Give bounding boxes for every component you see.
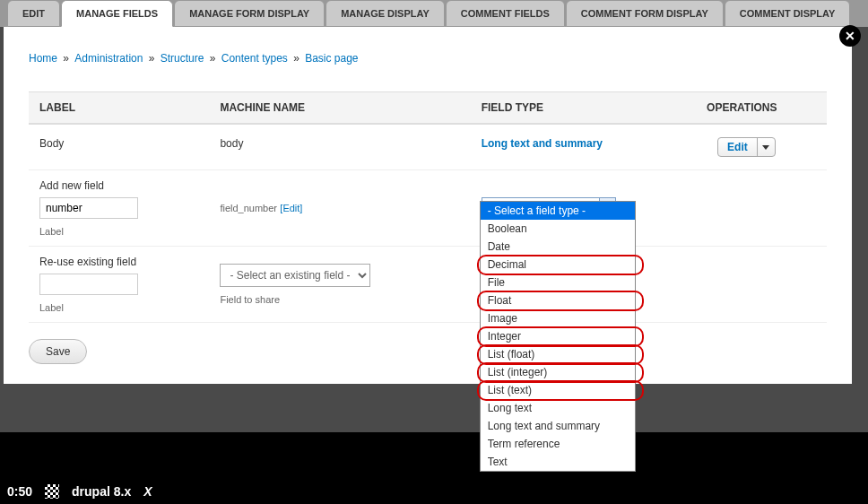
video-title: drupal 8.x xyxy=(72,484,131,499)
table-row-add-field: Add new field Label field_number [Edit] … xyxy=(29,170,827,247)
breadcrumb-separator: » xyxy=(60,52,72,65)
reuse-field-heading: Re-use existing field xyxy=(39,256,202,268)
fields-table: LABEL MACHINE NAME FIELD TYPE OPERATIONS… xyxy=(29,91,827,323)
field-type-option[interactable]: Decimal xyxy=(481,256,635,274)
breadcrumb-link[interactable]: Structure xyxy=(161,52,204,65)
tab-edit[interactable]: EDIT xyxy=(7,0,60,27)
new-field-machine-name: field_number xyxy=(220,203,277,213)
field-type-dropdown: - Select a field type -BooleanDateDecima… xyxy=(480,201,636,472)
label-sublabel: Label xyxy=(39,302,202,313)
tab-comment-form-display[interactable]: COMMENT FORM DISPLAY xyxy=(566,0,724,27)
breadcrumb: Home » Administration » Structure » Cont… xyxy=(29,43,827,91)
breadcrumb-link[interactable]: Basic page xyxy=(305,52,358,65)
qr-icon[interactable] xyxy=(45,484,59,499)
col-field-type: FIELD TYPE xyxy=(471,92,707,125)
breadcrumb-separator: » xyxy=(206,52,218,65)
table-row-body: Body body Long text and summary Edit xyxy=(29,124,827,170)
field-type-option[interactable]: List (integer) xyxy=(481,363,635,381)
field-type-option[interactable]: Date xyxy=(481,238,635,256)
field-type-option[interactable]: Float xyxy=(481,291,635,309)
chevron-down-icon xyxy=(762,145,769,150)
breadcrumb-separator: » xyxy=(291,52,302,65)
tab-manage-display[interactable]: MANAGE DISPLAY xyxy=(326,0,445,27)
breadcrumb-link[interactable]: Home xyxy=(29,52,57,65)
existing-field-select[interactable]: - Select an existing field - xyxy=(220,264,370,287)
new-field-label-input[interactable] xyxy=(39,197,138,219)
reuse-field-label-input[interactable] xyxy=(39,274,138,295)
table-row-reuse-field: Re-use existing field Label - Select an … xyxy=(29,247,827,323)
close-video-button[interactable]: X xyxy=(143,484,152,499)
add-new-field-heading: Add new field xyxy=(39,179,202,192)
col-machine-name: MACHINE NAME xyxy=(209,92,470,125)
body-label: Body xyxy=(29,124,209,170)
field-type-option[interactable]: List (float) xyxy=(481,345,635,363)
tab-comment-fields[interactable]: COMMENT FIELDS xyxy=(446,0,565,27)
tab-comment-display[interactable]: COMMENT DISPLAY xyxy=(725,0,851,27)
body-machine: body xyxy=(209,124,470,170)
field-to-share-label: Field to share xyxy=(220,294,463,305)
playback-time: 0:50 xyxy=(7,484,32,499)
body-type-link[interactable]: Long text and summary xyxy=(482,137,603,150)
field-type-option[interactable]: Long text xyxy=(481,399,635,417)
tabs-bar: EDITMANAGE FIELDSMANAGE FORM DISPLAYMANA… xyxy=(0,0,868,27)
field-type-option[interactable]: Text xyxy=(481,453,635,471)
video-controls-bar: 0:50 drupal 8.x X xyxy=(0,479,868,504)
field-type-option[interactable]: File xyxy=(481,274,635,291)
label-sublabel: Label xyxy=(39,226,202,237)
field-type-option[interactable]: Long text and summary xyxy=(481,417,635,435)
field-type-option[interactable]: Boolean xyxy=(481,220,635,238)
close-icon[interactable]: ✕ xyxy=(839,25,861,47)
save-button[interactable]: Save xyxy=(29,339,87,364)
col-operations: OPERATIONS xyxy=(707,92,827,125)
tab-manage-fields[interactable]: MANAGE FIELDS xyxy=(61,0,173,27)
edit-dropdown-toggle[interactable] xyxy=(757,138,775,156)
tab-manage-form-display[interactable]: MANAGE FORM DISPLAY xyxy=(174,0,325,27)
machine-name-edit-link[interactable]: [Edit] xyxy=(280,203,302,213)
field-type-option[interactable]: - Select a field type - xyxy=(481,202,635,220)
edit-button-group: Edit xyxy=(717,137,776,157)
field-type-option[interactable]: Integer xyxy=(481,327,635,345)
breadcrumb-link[interactable]: Administration xyxy=(74,52,143,65)
field-type-option[interactable]: List (text) xyxy=(481,381,635,399)
field-type-option[interactable]: Term reference xyxy=(481,435,635,453)
col-label: LABEL xyxy=(29,92,209,125)
breadcrumb-separator: » xyxy=(145,52,157,65)
edit-button[interactable]: Edit xyxy=(718,138,757,156)
field-type-option[interactable]: Image xyxy=(481,309,635,327)
manage-fields-panel: ✕ Home » Administration » Structure » Co… xyxy=(4,27,852,384)
breadcrumb-link[interactable]: Content types xyxy=(221,52,288,65)
